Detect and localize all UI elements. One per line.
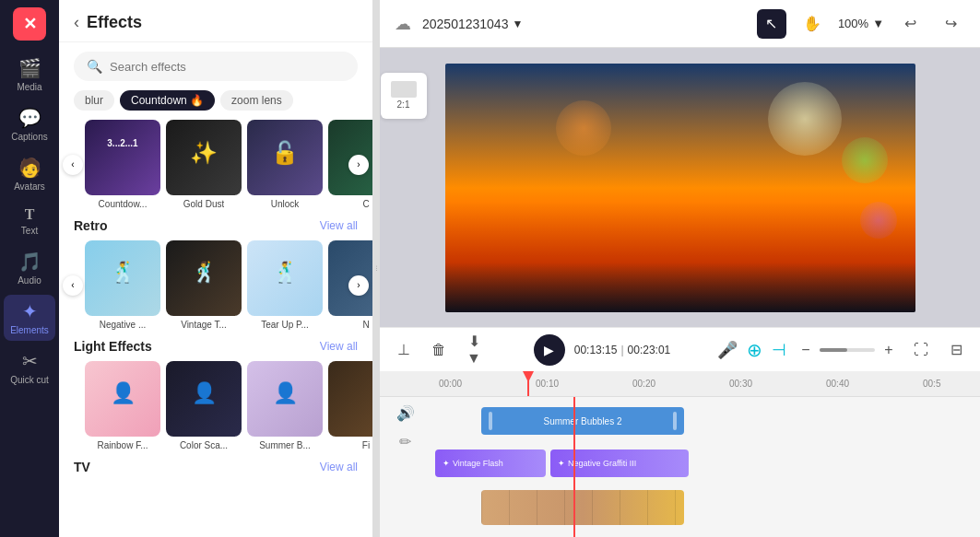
effect-thumb: 🔓 — [247, 120, 323, 195]
fx-clip-vintage[interactable]: ✦ Vintage Flash — [435, 449, 546, 477]
city-silhouette — [445, 202, 915, 312]
hand-tool-button[interactable]: ✋ — [797, 9, 827, 39]
main-area: ☁ 202501231043 ▼ ↖ ✋ 100% ▼ ↩ ↪ 2:1 — [380, 0, 980, 537]
light-title: Light Effects — [74, 339, 152, 354]
sidebar-item-audio[interactable]: 🎵 Audio — [4, 245, 55, 291]
search-icon: 🔍 — [87, 59, 102, 74]
ruler-mark-4: 00:40 — [822, 379, 919, 389]
zoom-out-button[interactable]: − — [796, 340, 816, 360]
align-icon[interactable]: ⊣ — [772, 340, 786, 360]
sidebar-item-label: Quick cut — [10, 375, 49, 385]
select-tool-button[interactable]: ↖ — [757, 9, 786, 39]
effect-golddust[interactable]: ✨ Gold Dust — [166, 120, 242, 209]
effect-rainbow[interactable]: 👤 Rainbow F... — [85, 361, 160, 450]
image-strip — [481, 490, 684, 525]
effect-countdown[interactable]: 3...2...1 Countdow... — [85, 120, 160, 209]
playhead — [527, 371, 529, 396]
text-icon: T — [25, 206, 35, 223]
scissors-icon[interactable]: ✏ — [399, 433, 411, 450]
retro-section-header: Retro View all — [59, 209, 372, 240]
sidebar-item-captions[interactable]: 💬 Captions — [4, 101, 55, 147]
video-clip[interactable]: Summer Bubbles 2 — [481, 407, 684, 435]
ruler-mark-2: 00:20 — [629, 379, 726, 389]
zoom-chevron-icon: ▼ — [872, 17, 884, 30]
back-button[interactable]: ‹ — [74, 13, 79, 32]
ruler-mark-1: 00:10 — [532, 379, 629, 389]
effect-summerb[interactable]: 👤 Summer B... — [247, 361, 323, 450]
timeline-tracks: 🔊 ✏ Summer Bubbles 2 ✦ Vintage Flash ✦ — [380, 397, 980, 537]
search-input[interactable] — [110, 60, 345, 74]
dropdown-chevron-icon: ▼ — [512, 18, 523, 30]
fullscreen-button[interactable]: ⛶ — [908, 337, 934, 363]
effect-thumb: 🕺 — [166, 240, 242, 316]
retro-view-all[interactable]: View all — [320, 219, 358, 232]
project-name: 202501231043 ▼ — [422, 17, 523, 31]
video-track: Summer Bubbles 2 — [435, 404, 980, 438]
lens-flare-4 — [556, 100, 611, 156]
featured-prev-button[interactable]: ‹ — [63, 155, 83, 175]
play-button[interactable]: ▶ — [534, 334, 565, 366]
volume-icon[interactable]: 🔊 — [396, 404, 415, 422]
sidebar-item-label: Avatars — [14, 181, 45, 192]
fx-icon-2: ✦ — [558, 459, 565, 468]
effect-negative[interactable]: 🕺 Negative ... — [85, 240, 160, 330]
effect-unlock[interactable]: 🔓 Unlock — [247, 120, 323, 209]
effect-fi[interactable]: Fi — [328, 361, 372, 450]
timeline-ruler: 00:00 00:10 00:20 00:30 00:40 00:5 — [380, 371, 980, 397]
zoom-control[interactable]: 100% ▼ — [838, 17, 884, 30]
aspect-ratio-label: 2:1 — [397, 99, 410, 110]
magnet-icon[interactable]: ⊕ — [747, 339, 762, 361]
filter-blur[interactable]: blur — [74, 90, 114, 111]
tv-title: TV — [74, 460, 90, 474]
featured-next-button[interactable]: › — [348, 155, 369, 175]
retro-prev-button[interactable]: ‹ — [63, 275, 83, 296]
sidebar-item-elements[interactable]: ✦ Elements — [4, 295, 55, 341]
effect-vintage[interactable]: 🕺 Vintage T... — [166, 240, 242, 330]
effect-label: Negative ... — [100, 320, 147, 330]
effect-thumb: 👤 — [85, 361, 160, 437]
sidebar-item-quickcut[interactable]: ✂ Quick cut — [4, 344, 55, 391]
fx-clip-negative[interactable]: ✦ Negative Graffiti III — [550, 449, 689, 477]
light-view-all[interactable]: View all — [320, 340, 358, 353]
effect-label: Color Sca... — [180, 440, 228, 450]
effect-tearup[interactable]: 🕺 Tear Up P... — [247, 240, 323, 330]
zoom-controls: − + — [796, 340, 899, 360]
mic-icon[interactable]: 🎤 — [717, 340, 738, 360]
ruler-mark-0: 00:00 — [435, 379, 532, 389]
sidebar-item-label: Captions — [11, 132, 47, 142]
redo-button[interactable]: ↪ — [936, 9, 965, 39]
layout-button[interactable]: ⊟ — [943, 337, 969, 363]
split-button[interactable]: ⊥ — [391, 337, 417, 363]
aspect-ratio-box: 2:1 — [381, 73, 427, 119]
elements-icon: ✦ — [22, 300, 38, 322]
zoom-in-button[interactable]: + — [879, 340, 899, 360]
clip-handle-right[interactable] — [673, 412, 677, 430]
retro-row: ‹ 🕺 Negative ... 🕺 Vintage T... 🕺 Tear U… — [59, 240, 372, 330]
effect-thumb: 👤 — [166, 361, 242, 437]
undo-button[interactable]: ↩ — [895, 9, 925, 39]
sidebar-item-avatars[interactable]: 🧑 Avatars — [4, 151, 55, 197]
filter-zoomlens[interactable]: zoom lens — [220, 90, 293, 111]
tv-section-header: TV View all — [59, 450, 372, 482]
image-track — [435, 489, 980, 526]
effect-label: Vintage T... — [181, 320, 227, 330]
media-icon: 🎬 — [18, 57, 41, 79]
image-clip[interactable] — [481, 490, 684, 525]
effect-label: Fi — [362, 440, 370, 450]
panel-divider[interactable]: ··· — [372, 0, 380, 537]
effect-label: Unlock — [271, 199, 300, 209]
effect-colorsc[interactable]: 👤 Color Sca... — [166, 361, 242, 450]
time-separator: | — [620, 344, 623, 356]
tv-view-all[interactable]: View all — [320, 461, 358, 473]
quickcut-icon: ✂ — [22, 350, 38, 372]
delete-button[interactable]: 🗑 — [426, 337, 452, 363]
effects-panel: ‹ Effects 🔍 blur Countdown 🔥 zoom lens ‹… — [59, 0, 372, 537]
retro-next-button[interactable]: › — [348, 275, 369, 296]
sidebar-item-text[interactable]: T Text — [4, 201, 55, 241]
effects-header: ‹ Effects — [59, 0, 372, 42]
featured-row: ‹ 3...2...1 Countdow... ✨ Gold Dust 🔓 Un… — [59, 120, 372, 209]
effect-label: Gold Dust — [183, 199, 224, 209]
download-button[interactable]: ⬇ ▼ — [461, 337, 487, 363]
filter-countdown[interactable]: Countdown 🔥 — [120, 90, 215, 111]
sidebar-item-media[interactable]: 🎬 Media — [4, 52, 55, 98]
